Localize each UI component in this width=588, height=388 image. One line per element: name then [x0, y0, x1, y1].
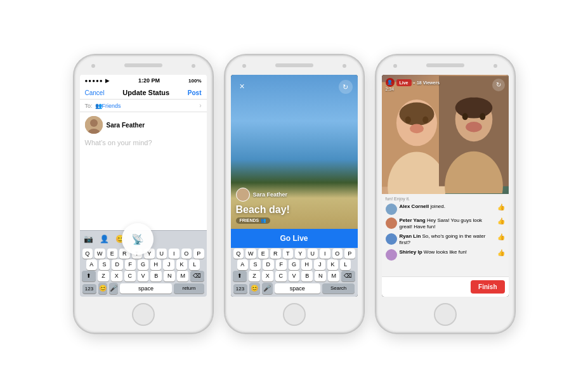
p2-key-p[interactable]: P — [344, 249, 355, 259]
p2-key-z[interactable]: Z — [249, 271, 260, 281]
key-b[interactable]: B — [150, 271, 162, 281]
p2-key-b[interactable]: B — [301, 271, 313, 281]
time-display: 1:20 PM — [138, 77, 160, 84]
key-backspace[interactable]: ⌫ — [190, 271, 204, 281]
p2-key-k[interactable]: K — [327, 259, 338, 270]
p2-key-123[interactable]: 123 — [233, 284, 247, 294]
key-w[interactable]: W — [95, 249, 105, 259]
post-button[interactable]: Post — [188, 89, 202, 96]
p2-key-f[interactable]: F — [276, 259, 287, 270]
key-s[interactable]: S — [99, 259, 110, 270]
p2-key-search[interactable]: Search — [322, 283, 355, 294]
key-d[interactable]: D — [112, 259, 122, 270]
p2-key-v[interactable]: V — [289, 271, 300, 281]
person-tag-icon[interactable]: 👤 — [100, 235, 109, 243]
post-body-spacer — [80, 150, 207, 230]
like-icon[interactable]: 👍 — [497, 217, 505, 224]
phone-2-home-button[interactable] — [283, 303, 306, 326]
p2-key-r[interactable]: R — [270, 249, 281, 259]
p2-keyboard-row-1: Q W E R T Y U I O P — [231, 248, 358, 260]
p2-key-g[interactable]: G — [289, 259, 299, 270]
p2-key-q[interactable]: Q — [233, 249, 244, 259]
p2-key-w[interactable]: W — [245, 249, 256, 259]
p2-key-n[interactable]: N — [315, 271, 326, 281]
p2-key-o[interactable]: O — [332, 249, 343, 259]
p2-key-h[interactable]: H — [301, 259, 312, 270]
key-z[interactable]: Z — [98, 271, 109, 281]
p2-key-space[interactable]: space — [275, 283, 320, 294]
key-f[interactable]: F — [125, 259, 136, 270]
go-live-button[interactable]: Go Live — [231, 229, 358, 248]
key-a[interactable]: A — [86, 259, 97, 270]
key-return[interactable]: return — [174, 283, 204, 294]
close-icon[interactable]: × — [236, 80, 249, 93]
p2-key-m[interactable]: M — [328, 271, 339, 281]
key-m[interactable]: M — [177, 271, 188, 281]
flip-icon: ↻ — [496, 81, 501, 88]
key-o[interactable]: O — [181, 249, 192, 259]
key-k[interactable]: K — [176, 259, 187, 270]
key-l[interactable]: L — [189, 259, 200, 270]
key-shift[interactable]: ⬆ — [82, 271, 95, 281]
p2-key-emoji[interactable]: 😊 — [249, 283, 260, 294]
key-q[interactable]: Q — [82, 249, 93, 259]
key-c[interactable]: C — [124, 271, 136, 281]
phone-1-screen: ●●●●● ▶ 1:20 PM 100% Cancel Update Statu… — [80, 75, 207, 297]
p2-key-l[interactable]: L — [340, 259, 351, 270]
key-123[interactable]: 123 — [82, 284, 96, 294]
p2-key-j[interactable]: J — [314, 259, 325, 270]
key-i[interactable]: I — [169, 249, 180, 259]
p2-key-d[interactable]: D — [263, 259, 273, 270]
cancel-button[interactable]: Cancel — [85, 89, 105, 96]
key-h[interactable]: H — [150, 259, 161, 270]
p2-key-c[interactable]: C — [275, 271, 287, 281]
svg-point-6 — [405, 117, 410, 124]
comment-avatar — [386, 249, 397, 261]
post-placeholder[interactable]: What's on your mind? — [80, 138, 207, 150]
phone-2-dot-right — [343, 64, 346, 68]
key-emoji[interactable]: 😊 — [98, 283, 107, 294]
comment-text: Alex Cornell joined. — [400, 204, 495, 210]
camera-icon[interactable]: 📷 — [84, 235, 93, 243]
p2-key-e[interactable]: E — [258, 249, 269, 259]
camera-flip-icon[interactable]: ↻ — [339, 80, 353, 94]
p2-key-mic[interactable]: 🎤 — [262, 283, 273, 294]
camera-flip-button[interactable]: ↻ — [492, 79, 505, 91]
phone-1-home-button[interactable] — [132, 303, 155, 326]
p2-key-shift[interactable]: ⬆ — [233, 271, 246, 281]
p2-key-x[interactable]: X — [262, 271, 273, 281]
live-broadcast-icon[interactable]: 📡 — [131, 233, 144, 245]
comment-text: Ryan Lin So, who's going in the water fi… — [400, 233, 495, 247]
to-row[interactable]: To: 👥 Friends › — [80, 100, 207, 112]
like-button[interactable]: 👍 — [497, 249, 505, 256]
phone-3-screen: 👤 Live • 18 Viewers 2:34 ↻ — [382, 75, 509, 297]
key-p[interactable]: P — [193, 249, 204, 259]
p2-key-backspace[interactable]: ⌫ — [341, 271, 355, 281]
live-button-highlight[interactable]: 📡 — [131, 233, 144, 245]
live-avatar-icon: 👤 — [386, 78, 395, 87]
p2-key-u[interactable]: U — [308, 249, 318, 259]
p2-key-a[interactable]: A — [237, 259, 248, 270]
key-x[interactable]: X — [111, 271, 122, 281]
p2-key-y[interactable]: Y — [295, 249, 306, 259]
key-j[interactable]: J — [163, 259, 174, 270]
p2-key-i[interactable]: I — [320, 249, 330, 259]
key-mic[interactable]: 🎤 — [109, 283, 118, 294]
p2-key-s[interactable]: S — [250, 259, 261, 270]
p2-key-t[interactable]: T — [283, 249, 294, 259]
svg-point-13 — [462, 113, 467, 120]
finish-button[interactable]: Finish — [471, 280, 504, 294]
phone-1: ●●●●● ▶ 1:20 PM 100% Cancel Update Statu… — [74, 55, 213, 333]
live-top-bar: 👤 Live • 18 Viewers 2:34 ↻ — [382, 75, 509, 94]
key-space[interactable]: space — [120, 283, 173, 294]
like-button[interactable]: 👍 — [497, 204, 505, 210]
like-button[interactable]: 👍 — [497, 233, 505, 240]
key-n[interactable]: N — [164, 271, 175, 281]
key-e[interactable]: E — [107, 249, 118, 259]
key-u[interactable]: U — [157, 249, 167, 259]
key-g[interactable]: G — [138, 259, 148, 270]
phone-3-home-button[interactable] — [434, 303, 457, 326]
key-v[interactable]: V — [138, 271, 149, 281]
phone-dot-right — [192, 64, 195, 68]
svg-point-14 — [480, 113, 485, 120]
